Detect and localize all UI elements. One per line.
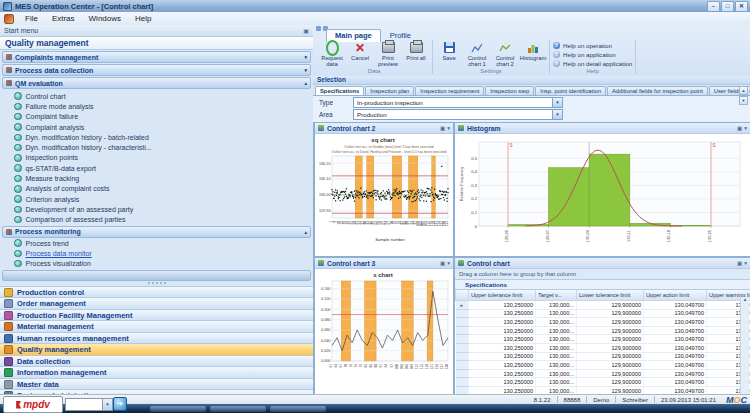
column-header-upper-action-limit[interactable]: Upper action limit: [644, 290, 707, 301]
sidebar-item-process-trend[interactable]: Process trend: [0, 238, 313, 248]
sidebar-item-complaint-analysis[interactable]: Complaint analysis: [0, 122, 313, 132]
table-row[interactable]: 130,250000130,000...129,900000130,049700…: [456, 352, 750, 361]
area-combo[interactable]: Production ▾: [353, 109, 563, 120]
maximize-button[interactable]: □: [721, 1, 734, 12]
panel-menu-icon[interactable]: ▾: [744, 260, 747, 266]
stack-item-information-management[interactable]: Information management: [0, 366, 313, 378]
sidebar-item-dyn-modification-history-batch[interactable]: Dyn. modification history - batch-relate…: [0, 132, 313, 142]
selection-tab-inspection-requirement[interactable]: Inspection requirement: [415, 86, 484, 95]
histogram-button[interactable]: Histogram: [520, 40, 546, 61]
table-row[interactable]: 130,250000130,000...129,900000130,049700…: [456, 361, 750, 370]
chevron-down-icon[interactable]: ▾: [102, 399, 112, 410]
sidebar-group-process-monitoring-bar[interactable]: Process monitoring▴: [2, 226, 311, 238]
panel-menu-icon[interactable]: ▾: [447, 260, 450, 266]
sidebar-item-dyn-modification-history-chara[interactable]: Dyn. modification history - characterist…: [0, 142, 313, 152]
stack-item-human-resources-management[interactable]: Human resources management: [0, 332, 313, 344]
scroll-up-icon[interactable]: ▲: [739, 86, 748, 95]
selection-tab-inspection-plan[interactable]: Inspection plan: [365, 86, 414, 95]
taskbar-button[interactable]: [210, 406, 266, 412]
chevron-down-icon[interactable]: ▾: [304, 54, 307, 60]
taskbar-button[interactable]: [150, 406, 206, 412]
table-row[interactable]: 130,250000130,000...129,900000130,049700…: [456, 343, 750, 352]
stack-item-order-management[interactable]: Order management: [0, 297, 313, 309]
help-on-operation-link[interactable]: ? Help on operation: [553, 42, 612, 49]
request-data-button[interactable]: Request data: [319, 40, 345, 67]
stack-item-production-control[interactable]: Production control: [0, 286, 313, 298]
row-selector[interactable]: [456, 318, 469, 327]
sidebar-item-analysis-of-complaint-costs[interactable]: Analysis of complaint costs: [0, 184, 313, 194]
pin-icon[interactable]: ▣: [303, 27, 309, 34]
table-row[interactable]: 130,250000130,000...129,900000130,049700…: [456, 335, 750, 344]
type-combo[interactable]: In-production inspection ▾: [353, 97, 563, 108]
chevron-down-icon[interactable]: ▾: [552, 98, 562, 107]
selection-tab-inspection-step[interactable]: Inspection step: [485, 86, 534, 95]
control-chart-1-button[interactable]: Control chart 1: [464, 40, 490, 67]
sidebar-item-measure-tracking[interactable]: Measure tracking: [0, 173, 313, 183]
stack-item-data-collection[interactable]: Data collection: [0, 355, 313, 367]
save-button[interactable]: Save: [436, 40, 462, 61]
selection-tab-insp-point-identification[interactable]: Insp. point identification: [535, 86, 606, 95]
print-preview-button[interactable]: Print preview: [375, 40, 401, 67]
minimize-button[interactable]: –: [707, 1, 720, 12]
table-row[interactable]: 130,250000130,000...129,900000130,049700…: [456, 318, 750, 327]
sidebar-item-process-data-monitor[interactable]: Process data monitor: [0, 248, 313, 258]
auto-hide-pin-icon[interactable]: ▣: [737, 260, 742, 266]
chevron-up-icon[interactable]: ▴: [304, 80, 307, 86]
stack-item-quality-management[interactable]: Quality management: [0, 343, 313, 355]
stack-item-material-management[interactable]: Material management: [0, 320, 313, 332]
cancel-button[interactable]: ✕ Cancel: [347, 40, 373, 61]
print-all-button[interactable]: Print all: [403, 40, 429, 61]
selection-tab-additional-fields-for-inspection-p[interactable]: Additional fields for inspection point: [607, 86, 708, 95]
sidebar-item-inspection-points[interactable]: Inspection points: [0, 153, 313, 163]
sidebar-item-qs-stat-b-data-export[interactable]: qs-STAT/B-data export: [0, 163, 313, 173]
sidebar-item-process-visualization[interactable]: Process visualization: [0, 258, 313, 268]
row-selector[interactable]: [456, 309, 469, 318]
column-header-target-v-[interactable]: Target v...: [536, 290, 577, 301]
sidebar-item-comparison-of-assessed-parties[interactable]: Comparison of assessed parties: [0, 215, 313, 225]
sidebar-item-criterion-analysis[interactable]: Criterion analysis: [0, 194, 313, 204]
sidebar-item-development-of-an-assessed-par[interactable]: Development of an assessed party: [0, 204, 313, 214]
sidebar-item-complaint-failure[interactable]: Complaint failure: [0, 112, 313, 122]
table-row[interactable]: 130,250000130,000...129,900000130,049700…: [456, 309, 750, 318]
scroll-down-icon[interactable]: ▼: [739, 96, 748, 105]
table-scrollbar[interactable]: ▲: [740, 297, 749, 394]
column-header-upper-tolerance-limit[interactable]: Upper tolerance limit: [469, 290, 536, 301]
auto-hide-pin-icon[interactable]: ▣: [440, 125, 445, 131]
row-selector[interactable]: [456, 335, 469, 344]
column-header-lower-tolerance-limit[interactable]: Lower tolerance limit: [577, 290, 644, 301]
row-selector[interactable]: [456, 361, 469, 370]
menu-file[interactable]: File: [18, 13, 45, 24]
row-selector[interactable]: ▸: [456, 301, 469, 310]
table-row[interactable]: 130,250000130,000...129,900000130,049700…: [456, 326, 750, 335]
help-on-application-link[interactable]: ? Help on application: [553, 51, 616, 58]
table-row[interactable]: 130,250000130,000...129,900000130,049700…: [456, 369, 750, 378]
row-selector[interactable]: [456, 352, 469, 361]
table-row[interactable]: 130,250000130,000...129,900000130,049700…: [456, 378, 750, 387]
row-selector[interactable]: [456, 343, 469, 352]
row-selector[interactable]: [456, 369, 469, 378]
chevron-down-icon[interactable]: ▾: [304, 67, 307, 73]
menu-help[interactable]: Help: [128, 13, 158, 24]
menu-extras[interactable]: Extras: [45, 13, 82, 24]
chevron-down-icon[interactable]: ▾: [552, 110, 562, 119]
specifications-group-row[interactable]: Specifications: [455, 280, 750, 290]
close-button[interactable]: ✕: [735, 1, 748, 12]
stack-item-production-facility-management[interactable]: Production Facility Management: [0, 309, 313, 321]
stack-item-master-data[interactable]: Master data: [0, 378, 313, 390]
selection-scrollbar[interactable]: ▲ ▼: [739, 86, 748, 105]
sidebar-group-complaints-management[interactable]: Complaints management▾: [2, 51, 311, 63]
row-selector[interactable]: [456, 326, 469, 335]
control-chart-2-button[interactable]: Control chart 2: [492, 40, 518, 67]
row-selector[interactable]: [456, 378, 469, 387]
help-on-detail-application-link[interactable]: ? Help on detail application: [553, 60, 632, 67]
panel-menu-icon[interactable]: ▾: [744, 125, 747, 131]
sidebar-item-control-chart[interactable]: Control chart: [0, 91, 313, 101]
panel-menu-icon[interactable]: ▾: [447, 125, 450, 131]
sidebar-group-qm-evaluation[interactable]: QM evaluation▴: [2, 77, 311, 89]
selection-tab-specifications[interactable]: Specifications: [315, 86, 364, 95]
sidebar-group-partial[interactable]: [2, 270, 311, 281]
taskbar-search-combo[interactable]: ▾: [65, 398, 113, 411]
table-row[interactable]: ▸130,250000130,000...129,900000130,04970…: [456, 301, 750, 310]
chevron-up-icon[interactable]: ▴: [304, 229, 307, 235]
sidebar-item-failure-mode-analysis[interactable]: Failure mode analysis: [0, 101, 313, 111]
